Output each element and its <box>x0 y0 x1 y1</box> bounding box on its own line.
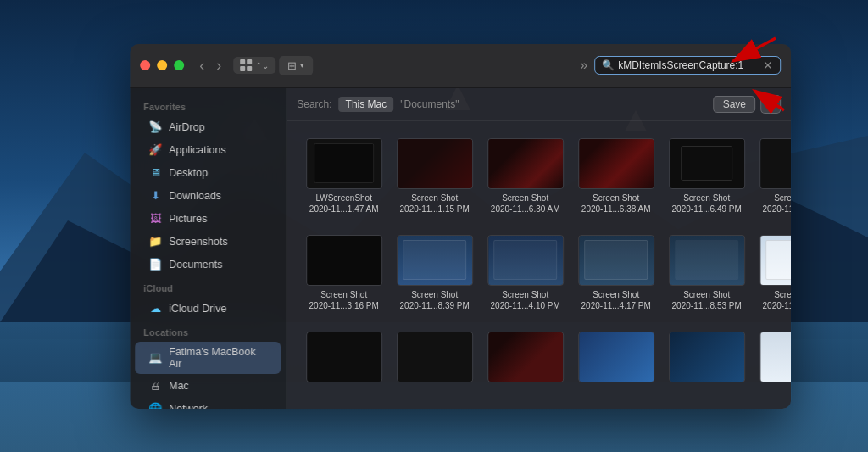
macbook-icon: 💻 <box>148 351 162 365</box>
airdrop-icon: 📡 <box>148 120 162 134</box>
file-name: LWScreenShot2020-11...1.47 AM <box>309 193 379 215</box>
search-scope-row: Search: This Mac "Documents" Save + <box>287 88 791 121</box>
list-item[interactable]: LWScreenShot2020-11...1.47 AM <box>303 135 384 218</box>
sidebar-item-label: Applications <box>169 144 225 156</box>
sidebar-item-label: Fatima's MacBook Air <box>169 346 270 370</box>
navigation-buttons: ‹ › <box>194 55 226 76</box>
back-button[interactable]: ‹ <box>194 55 209 76</box>
more-button[interactable]: » <box>576 56 591 75</box>
screenshots-icon: 📁 <box>148 235 162 248</box>
close-button[interactable] <box>140 60 150 70</box>
view-grid-button[interactable]: ⌃⌄ <box>233 57 275 74</box>
sidebar-item-mac[interactable]: 🖨 Mac <box>135 375 281 397</box>
sidebar-item-label: Pictures <box>169 213 207 225</box>
sidebar: Favorites 📡 AirDrop 🚀 Applications 🖥 Des… <box>130 88 287 409</box>
file-thumbnail <box>760 235 792 286</box>
file-thumbnail <box>578 235 654 286</box>
sidebar-item-network[interactable]: 🌐 Network <box>135 398 281 409</box>
list-item[interactable] <box>576 328 656 389</box>
file-name: Screen Shot2020-11...6.49 PM <box>672 193 742 215</box>
sidebar-item-label: iCloud Drive <box>169 303 226 315</box>
view-controls: ⌃⌄ ⊞ ▾ <box>233 56 313 75</box>
search-scope-label: Search: <box>297 98 331 110</box>
maximize-button[interactable] <box>174 60 184 70</box>
file-name: Screen Shot2020-11...4.26 PM <box>763 193 792 215</box>
mac-icon: 🖨 <box>148 379 162 393</box>
sidebar-item-macbook[interactable]: 💻 Fatima's MacBook Air <box>135 342 281 374</box>
list-item[interactable]: Screen Shot2020-11...8.53 PM <box>666 232 747 315</box>
list-item[interactable]: Screen Shot2020-11...3.16 PM <box>303 232 384 315</box>
list-item[interactable]: Screen Shot2020-11...6.30 AM <box>485 135 565 218</box>
sidebar-item-documents[interactable]: 📄 Documents <box>135 254 281 276</box>
list-item[interactable]: Screen Shot2020-11...8.39 PM <box>394 232 475 315</box>
sidebar-item-pictures[interactable]: 🖼 Pictures <box>135 208 281 230</box>
file-thumbnail <box>487 235 564 286</box>
sidebar-item-downloads[interactable]: ⬇ Downloads <box>135 185 281 207</box>
files-row-1: LWScreenShot2020-11...1.47 AM Screen Sho… <box>303 135 774 218</box>
file-thumbnail <box>669 332 745 382</box>
downloads-icon: ⬇ <box>148 189 162 203</box>
file-thumbnail <box>760 138 792 189</box>
list-item[interactable]: Screen Shot2020-11...6.49 PM <box>666 135 747 218</box>
sidebar-item-screenshots[interactable]: 📁 Screenshots <box>135 231 281 253</box>
file-name: Screen Shot2020-11...6.38 AM <box>581 193 651 215</box>
file-name: Screen Shot2020-11...6.30 AM <box>491 193 560 215</box>
network-icon: 🌐 <box>148 402 162 409</box>
search-input[interactable] <box>618 59 760 71</box>
list-item[interactable]: Screen Shot2020-11...1.15 PM <box>394 135 475 218</box>
sidebar-item-label: Network <box>169 403 208 409</box>
finder-window: ‹ › ⌃⌄ ⊞ ▾ » 🔍 ✕ Favorites <box>130 44 791 409</box>
list-item[interactable]: Screen Shot2020-11...6.38 AM <box>576 135 656 218</box>
view-chevron-icon: ⌃⌄ <box>255 61 269 70</box>
files-row-2: Screen Shot2020-11...3.16 PM Screen Shot… <box>303 232 774 315</box>
list-item[interactable] <box>303 328 384 389</box>
file-thumbnail <box>306 332 382 382</box>
sidebar-item-airdrop[interactable]: 📡 AirDrop <box>135 116 281 138</box>
add-criteria-button[interactable]: + <box>760 95 781 114</box>
icloud-icon: ☁ <box>148 302 162 315</box>
toolbar-chevron-icon: ▾ <box>300 61 304 70</box>
file-thumbnail <box>397 332 473 382</box>
list-item[interactable] <box>394 328 475 389</box>
list-item[interactable]: Screen Shot2020-11...4.21 PM <box>757 232 791 315</box>
file-name: Screen Shot2020-11...4.10 PM <box>491 289 560 311</box>
minimize-button[interactable] <box>157 60 167 70</box>
sidebar-item-label: Desktop <box>169 167 208 179</box>
list-item[interactable]: Screen Shot2020-11...4.17 PM <box>576 232 656 315</box>
file-name: Screen Shot2020-11...4.17 PM <box>581 289 651 311</box>
sidebar-item-label: Mac <box>169 380 189 392</box>
files-row-3 <box>303 328 774 389</box>
sidebar-item-desktop[interactable]: 🖥 Desktop <box>135 162 281 184</box>
file-area: Search: This Mac "Documents" Save + <box>287 88 791 409</box>
scope-this-mac-button[interactable]: This Mac <box>339 97 394 112</box>
list-item[interactable] <box>757 328 791 389</box>
file-name: Screen Shot2020-11...1.15 PM <box>400 193 470 215</box>
documents-icon: 📄 <box>148 258 162 271</box>
toolbar-grid-button[interactable]: ⊞ ▾ <box>279 56 313 75</box>
list-item[interactable] <box>485 328 565 389</box>
scope-documents-button[interactable]: "Documents" <box>400 98 459 110</box>
file-thumbnail <box>487 332 564 382</box>
file-thumbnail <box>397 235 473 286</box>
sidebar-item-applications[interactable]: 🚀 Applications <box>135 139 281 161</box>
search-icon: 🔍 <box>602 59 615 71</box>
pictures-icon: 🖼 <box>148 212 162 226</box>
file-thumbnail <box>760 332 792 382</box>
file-thumbnail <box>578 138 654 189</box>
list-item[interactable] <box>666 328 747 389</box>
applications-icon: 🚀 <box>148 143 162 157</box>
sidebar-item-label: Documents <box>169 259 222 271</box>
sidebar-item-icloud[interactable]: ☁ iCloud Drive <box>135 298 281 320</box>
favorites-label: Favorites <box>130 95 286 115</box>
toolbar-grid-icon: ⊞ <box>287 59 297 72</box>
search-clear-button[interactable]: ✕ <box>763 59 773 71</box>
forward-button[interactable]: › <box>211 55 226 76</box>
file-thumbnail <box>306 235 382 286</box>
list-item[interactable]: Screen Shot2020-11...4.26 PM <box>757 135 791 218</box>
file-name: Screen Shot2020-11...3.16 PM <box>309 289 379 311</box>
list-item[interactable]: Screen Shot2020-11...4.10 PM <box>485 232 565 315</box>
file-thumbnail <box>578 332 654 382</box>
save-search-button[interactable]: Save <box>714 96 755 113</box>
file-thumbnail <box>487 138 564 189</box>
file-name: Screen Shot2020-11...8.39 PM <box>400 289 470 311</box>
